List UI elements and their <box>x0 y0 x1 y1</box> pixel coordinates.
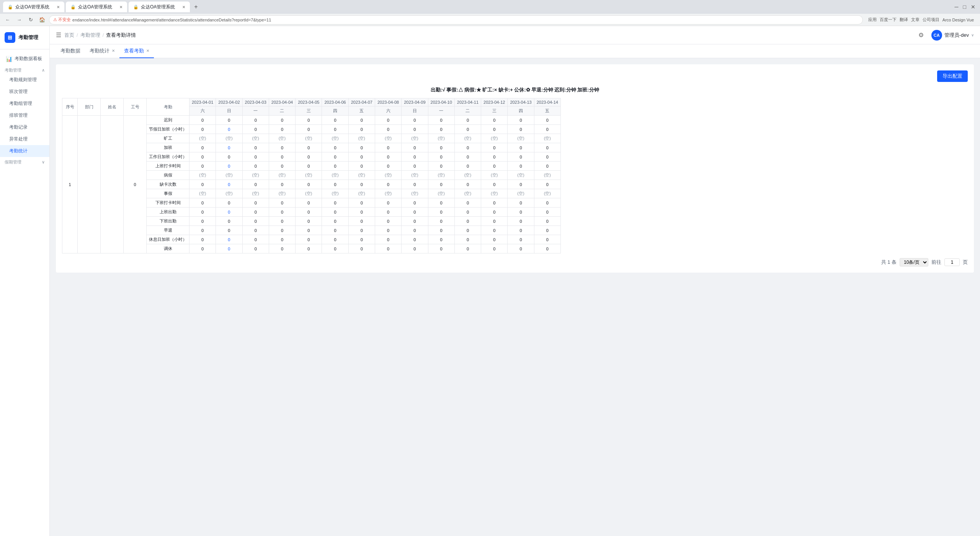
td-11-7: 0 <box>375 217 401 226</box>
th-date-13: 2023-04-13 <box>508 98 534 106</box>
breadcrumb-home[interactable]: 首页 <box>64 32 74 39</box>
td-4-5: 0 <box>322 152 348 162</box>
td-5-6: 0 <box>348 162 375 171</box>
maximize-btn[interactable]: □ <box>962 4 968 10</box>
td-9-5: 0 <box>322 198 348 208</box>
security-warning: ⚠ 不安全 <box>53 17 71 23</box>
sidebar: ⊞ 考勤管理 📊 考勤数据看板 考勤管理 ∧ 考勤规则管理 班次管理 考勤组管理… <box>0 26 50 536</box>
td-13-2: 0 <box>242 235 269 244</box>
browser-tab-2[interactable]: 🔒 众达OA管理系统 ✕ <box>66 2 127 12</box>
td-12-2: 0 <box>242 226 269 235</box>
per-page-select[interactable]: 10条/页 20条/页 50条/页 <box>900 258 928 266</box>
user-badge[interactable]: CA 管理员-dev ∨ <box>931 30 974 41</box>
td-3-13: 0 <box>534 143 560 152</box>
td-7-11: 0 <box>481 180 508 189</box>
tab-label-3: 众达OA管理系统 <box>141 4 175 10</box>
bookmark-apps[interactable]: 应用 <box>868 17 877 23</box>
bookmark-projects[interactable]: 公司项目 <box>923 17 939 23</box>
th-day-04: 二 <box>269 106 295 116</box>
sidebar-item-records[interactable]: 考勤记录 <box>0 121 49 133</box>
tab-close-1[interactable]: ✕ <box>57 5 60 9</box>
forward-btn[interactable]: → <box>15 15 24 25</box>
td-9-1: 0 <box>216 198 242 208</box>
browser-tab-1[interactable]: 🔒 众达OA管理系统 ✕ <box>3 2 64 12</box>
sidebar-item-rules[interactable]: 考勤规则管理 <box>0 74 49 86</box>
tab-view-attendance[interactable]: 查看考勤 ✕ <box>119 44 154 58</box>
tab-attendance-data-label: 考勤数据 <box>60 47 80 54</box>
tab-view-attendance-close[interactable]: ✕ <box>146 49 149 53</box>
back-btn[interactable]: ← <box>3 15 12 25</box>
sidebar-item-exceptions[interactable]: 异常处理 <box>0 133 49 145</box>
bookmark-fanyi[interactable]: 翻译 <box>900 17 908 23</box>
leave-group-label: 假期管理 <box>5 159 21 165</box>
app: ⊞ 考勤管理 📊 考勤数据看板 考勤管理 ∧ 考勤规则管理 班次管理 考勤组管理… <box>0 26 980 536</box>
td-14-1: 0 <box>216 244 242 253</box>
bookmark-article[interactable]: 文章 <box>911 17 920 23</box>
bookmark-baidu[interactable]: 百度一下 <box>880 17 897 23</box>
sidebar-item-dashboard[interactable]: 📊 考勤数据看板 <box>0 52 49 65</box>
tab-close-2[interactable]: ✕ <box>119 5 122 9</box>
td-9-4: 0 <box>296 198 322 208</box>
attendance-group-label: 考勤管理 <box>5 67 21 73</box>
td-6-13: (空) <box>534 171 560 180</box>
td-4-7: 0 <box>375 152 401 162</box>
td-14-6: 0 <box>348 244 375 253</box>
td-1-4: 0 <box>296 125 322 134</box>
sidebar-group-leave[interactable]: 假期管理 ∨ <box>0 157 49 166</box>
td-4-4: 0 <box>296 152 322 162</box>
table-wrapper[interactable]: 序号 部门 姓名 工号 考勤 2023-04-01 2023-04-02 202… <box>62 98 968 253</box>
th-date-03: 2023-04-03 <box>242 98 269 106</box>
tab-attendance-stats[interactable]: 考勤统计 ✕ <box>85 44 119 58</box>
td-5-7: 0 <box>375 162 401 171</box>
td-2-13: (空) <box>534 134 560 143</box>
td-11-8: 0 <box>402 217 428 226</box>
td-3-12: 0 <box>508 143 534 152</box>
bookmark-arco[interactable]: Arco Design Vue <box>942 18 974 22</box>
breadcrumb-attendance[interactable]: 考勤管理 <box>80 32 100 39</box>
export-button[interactable]: 导出配置 <box>937 70 968 82</box>
url-bar[interactable]: ⚠ 不安全 endance/index.html#/attendanceMana… <box>49 15 863 25</box>
td-10-12: 0 <box>508 208 534 217</box>
user-dropdown-icon: ∨ <box>971 33 974 37</box>
tab-attendance-stats-close[interactable]: ✕ <box>112 49 115 53</box>
sidebar-item-manage[interactable]: 考勤组管理 <box>0 98 49 109</box>
td-14-10: 0 <box>454 244 481 253</box>
settings-icon[interactable]: ⚙ <box>915 29 927 41</box>
td-8-6: (空) <box>348 189 375 198</box>
home-btn[interactable]: 🏠 <box>38 15 47 25</box>
sidebar-item-shifts[interactable]: 班次管理 <box>0 86 49 98</box>
td-7-9: 0 <box>428 180 454 189</box>
td-13-4: 0 <box>296 235 322 244</box>
td-9-3: 0 <box>269 198 295 208</box>
td-5-9: 0 <box>428 162 454 171</box>
td-12-7: 0 <box>375 226 401 235</box>
td-0-0: 0 <box>189 116 216 125</box>
sidebar-item-scheduling[interactable]: 排班管理 <box>0 109 49 121</box>
td-12-13: 0 <box>534 226 560 235</box>
td-7-6: 0 <box>348 180 375 189</box>
tab-close-3[interactable]: ✕ <box>182 5 185 9</box>
td-11-13: 0 <box>534 217 560 226</box>
page-input[interactable] <box>944 258 960 266</box>
td-label-13: 休息日加班（小时） <box>147 235 189 244</box>
td-0-5: 0 <box>322 116 348 125</box>
minimize-btn[interactable]: ─ <box>953 4 960 10</box>
browser-tab-3[interactable]: 🔒 众达OA管理系统 ✕ <box>129 2 190 12</box>
close-btn[interactable]: ✕ <box>969 4 977 10</box>
td-13-12: 0 <box>508 235 534 244</box>
sidebar-item-stats[interactable]: 考勤统计 <box>0 145 49 157</box>
td-13-5: 0 <box>322 235 348 244</box>
th-date-06: 2023-04-06 <box>322 98 348 106</box>
td-11-12: 0 <box>508 217 534 226</box>
refresh-btn[interactable]: ↻ <box>26 15 35 25</box>
td-14-7: 0 <box>375 244 401 253</box>
td-9-12: 0 <box>508 198 534 208</box>
th-day-14: 五 <box>534 106 560 116</box>
hamburger-icon[interactable]: ☰ <box>56 31 61 39</box>
tab-attendance-data[interactable]: 考勤数据 <box>56 44 85 58</box>
td-1-2: 0 <box>242 125 269 134</box>
sidebar-logo: ⊞ <box>5 32 15 43</box>
new-tab-button[interactable]: + <box>191 2 201 11</box>
sidebar-group-attendance[interactable]: 考勤管理 ∧ <box>0 65 49 74</box>
th-date-02: 2023-04-02 <box>216 98 242 106</box>
